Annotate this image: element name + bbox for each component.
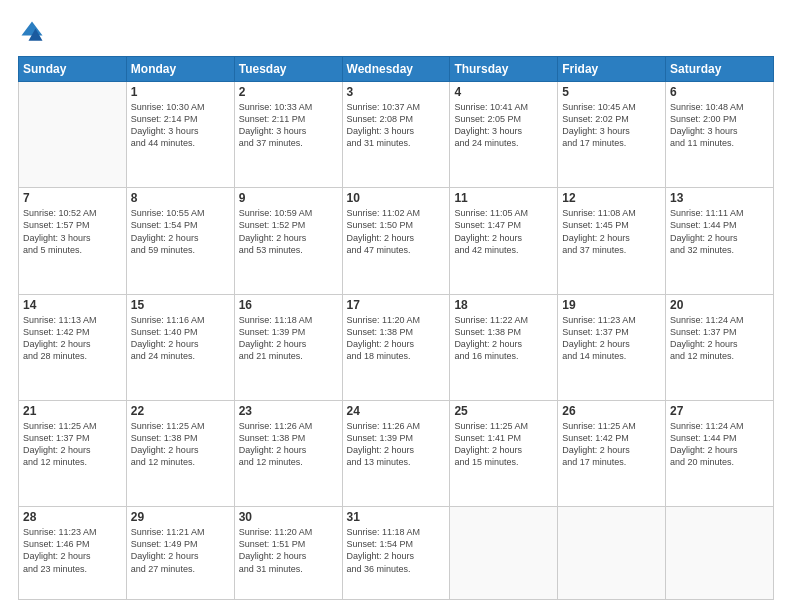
day-number: 1 [131,85,230,99]
calendar-day-cell: 25Sunrise: 11:25 AM Sunset: 1:41 PM Dayl… [450,400,558,506]
weekday-header: Thursday [450,57,558,82]
day-info: Sunrise: 11:16 AM Sunset: 1:40 PM Daylig… [131,314,230,363]
day-info: Sunrise: 11:26 AM Sunset: 1:38 PM Daylig… [239,420,338,469]
calendar-day-cell: 26Sunrise: 11:25 AM Sunset: 1:42 PM Dayl… [558,400,666,506]
day-info: Sunrise: 11:26 AM Sunset: 1:39 PM Daylig… [347,420,446,469]
day-info: Sunrise: 11:20 AM Sunset: 1:38 PM Daylig… [347,314,446,363]
day-number: 28 [23,510,122,524]
day-number: 20 [670,298,769,312]
day-number: 6 [670,85,769,99]
day-number: 13 [670,191,769,205]
weekday-header: Sunday [19,57,127,82]
calendar-day-cell: 29Sunrise: 11:21 AM Sunset: 1:49 PM Dayl… [126,507,234,600]
day-info: Sunrise: 11:23 AM Sunset: 1:37 PM Daylig… [562,314,661,363]
calendar-day-cell: 2Sunrise: 10:33 AM Sunset: 2:11 PM Dayli… [234,82,342,188]
day-number: 3 [347,85,446,99]
calendar-week-row: 1Sunrise: 10:30 AM Sunset: 2:14 PM Dayli… [19,82,774,188]
day-info: Sunrise: 10:55 AM Sunset: 1:54 PM Daylig… [131,207,230,256]
calendar-day-cell: 3Sunrise: 10:37 AM Sunset: 2:08 PM Dayli… [342,82,450,188]
calendar-day-cell [666,507,774,600]
day-number: 25 [454,404,553,418]
weekday-header: Friday [558,57,666,82]
day-info: Sunrise: 11:13 AM Sunset: 1:42 PM Daylig… [23,314,122,363]
day-info: Sunrise: 11:23 AM Sunset: 1:46 PM Daylig… [23,526,122,575]
calendar-day-cell: 5Sunrise: 10:45 AM Sunset: 2:02 PM Dayli… [558,82,666,188]
calendar-day-cell: 7Sunrise: 10:52 AM Sunset: 1:57 PM Dayli… [19,188,127,294]
weekday-header: Monday [126,57,234,82]
calendar-week-row: 28Sunrise: 11:23 AM Sunset: 1:46 PM Dayl… [19,507,774,600]
day-info: Sunrise: 11:25 AM Sunset: 1:38 PM Daylig… [131,420,230,469]
day-info: Sunrise: 10:52 AM Sunset: 1:57 PM Daylig… [23,207,122,256]
day-number: 18 [454,298,553,312]
day-number: 30 [239,510,338,524]
calendar-day-cell [450,507,558,600]
calendar-table: SundayMondayTuesdayWednesdayThursdayFrid… [18,56,774,600]
calendar-day-cell: 19Sunrise: 11:23 AM Sunset: 1:37 PM Dayl… [558,294,666,400]
day-number: 7 [23,191,122,205]
day-number: 16 [239,298,338,312]
calendar-day-cell: 21Sunrise: 11:25 AM Sunset: 1:37 PM Dayl… [19,400,127,506]
day-info: Sunrise: 11:25 AM Sunset: 1:41 PM Daylig… [454,420,553,469]
day-info: Sunrise: 10:33 AM Sunset: 2:11 PM Daylig… [239,101,338,150]
day-info: Sunrise: 11:02 AM Sunset: 1:50 PM Daylig… [347,207,446,256]
calendar-day-cell: 28Sunrise: 11:23 AM Sunset: 1:46 PM Dayl… [19,507,127,600]
calendar-day-cell: 31Sunrise: 11:18 AM Sunset: 1:54 PM Dayl… [342,507,450,600]
calendar-header-row: SundayMondayTuesdayWednesdayThursdayFrid… [19,57,774,82]
day-number: 4 [454,85,553,99]
day-number: 14 [23,298,122,312]
weekday-header: Saturday [666,57,774,82]
calendar-day-cell [558,507,666,600]
day-number: 12 [562,191,661,205]
calendar-day-cell: 9Sunrise: 10:59 AM Sunset: 1:52 PM Dayli… [234,188,342,294]
day-number: 10 [347,191,446,205]
calendar-day-cell: 12Sunrise: 11:08 AM Sunset: 1:45 PM Dayl… [558,188,666,294]
day-number: 9 [239,191,338,205]
calendar-day-cell: 24Sunrise: 11:26 AM Sunset: 1:39 PM Dayl… [342,400,450,506]
page: SundayMondayTuesdayWednesdayThursdayFrid… [0,0,792,612]
calendar-day-cell: 23Sunrise: 11:26 AM Sunset: 1:38 PM Dayl… [234,400,342,506]
calendar-day-cell: 18Sunrise: 11:22 AM Sunset: 1:38 PM Dayl… [450,294,558,400]
day-number: 8 [131,191,230,205]
header [18,18,774,46]
day-number: 26 [562,404,661,418]
day-number: 24 [347,404,446,418]
day-info: Sunrise: 10:37 AM Sunset: 2:08 PM Daylig… [347,101,446,150]
calendar-day-cell: 8Sunrise: 10:55 AM Sunset: 1:54 PM Dayli… [126,188,234,294]
logo-icon [18,18,46,46]
day-number: 23 [239,404,338,418]
day-info: Sunrise: 10:45 AM Sunset: 2:02 PM Daylig… [562,101,661,150]
day-info: Sunrise: 11:24 AM Sunset: 1:44 PM Daylig… [670,420,769,469]
day-info: Sunrise: 11:24 AM Sunset: 1:37 PM Daylig… [670,314,769,363]
day-info: Sunrise: 11:18 AM Sunset: 1:39 PM Daylig… [239,314,338,363]
day-info: Sunrise: 11:05 AM Sunset: 1:47 PM Daylig… [454,207,553,256]
day-info: Sunrise: 11:21 AM Sunset: 1:49 PM Daylig… [131,526,230,575]
day-number: 15 [131,298,230,312]
day-number: 5 [562,85,661,99]
calendar-day-cell: 10Sunrise: 11:02 AM Sunset: 1:50 PM Dayl… [342,188,450,294]
calendar-day-cell: 1Sunrise: 10:30 AM Sunset: 2:14 PM Dayli… [126,82,234,188]
day-number: 11 [454,191,553,205]
day-info: Sunrise: 11:25 AM Sunset: 1:42 PM Daylig… [562,420,661,469]
svg-marker-0 [22,22,43,36]
day-info: Sunrise: 11:11 AM Sunset: 1:44 PM Daylig… [670,207,769,256]
calendar-week-row: 14Sunrise: 11:13 AM Sunset: 1:42 PM Dayl… [19,294,774,400]
day-info: Sunrise: 10:30 AM Sunset: 2:14 PM Daylig… [131,101,230,150]
day-info: Sunrise: 10:48 AM Sunset: 2:00 PM Daylig… [670,101,769,150]
day-info: Sunrise: 11:20 AM Sunset: 1:51 PM Daylig… [239,526,338,575]
calendar-day-cell: 22Sunrise: 11:25 AM Sunset: 1:38 PM Dayl… [126,400,234,506]
calendar-day-cell: 17Sunrise: 11:20 AM Sunset: 1:38 PM Dayl… [342,294,450,400]
day-number: 29 [131,510,230,524]
calendar-week-row: 21Sunrise: 11:25 AM Sunset: 1:37 PM Dayl… [19,400,774,506]
day-number: 19 [562,298,661,312]
day-number: 21 [23,404,122,418]
day-info: Sunrise: 11:25 AM Sunset: 1:37 PM Daylig… [23,420,122,469]
logo [18,18,50,46]
weekday-header: Tuesday [234,57,342,82]
day-number: 2 [239,85,338,99]
day-info: Sunrise: 11:18 AM Sunset: 1:54 PM Daylig… [347,526,446,575]
day-number: 17 [347,298,446,312]
calendar-day-cell: 30Sunrise: 11:20 AM Sunset: 1:51 PM Dayl… [234,507,342,600]
day-info: Sunrise: 11:08 AM Sunset: 1:45 PM Daylig… [562,207,661,256]
calendar-day-cell: 20Sunrise: 11:24 AM Sunset: 1:37 PM Dayl… [666,294,774,400]
weekday-header: Wednesday [342,57,450,82]
